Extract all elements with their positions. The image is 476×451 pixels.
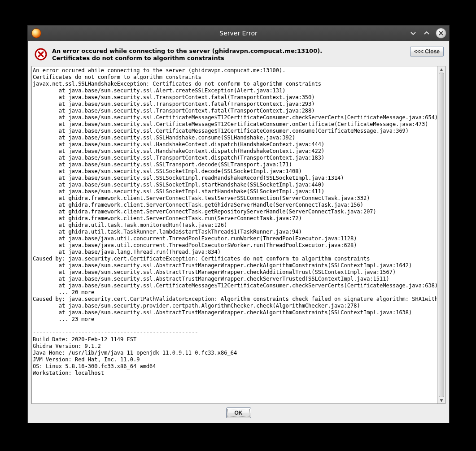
maximize-button[interactable] [422, 29, 431, 38]
error-dialog-window: Server Error An error occured while con [27, 25, 450, 423]
window-title: Server Error [28, 30, 449, 37]
scroll-down-button[interactable]: ▼ [438, 397, 445, 403]
window-close-button[interactable] [436, 28, 446, 39]
error-message-line1: An error occured while connecting to the… [52, 48, 406, 54]
ok-button[interactable]: OK [226, 408, 251, 418]
dialog-content: An error occured while connecting to the… [28, 41, 449, 423]
minimize-button[interactable] [409, 29, 418, 38]
stack-trace-text[interactable]: An error occured while connecting to the… [33, 67, 437, 403]
error-message: An error occured while connecting to the… [52, 47, 406, 61]
header-row: An error occured while connecting to the… [31, 44, 445, 66]
window-controls [409, 26, 446, 41]
scroll-up-button[interactable]: ▲ [438, 66, 445, 73]
scrollbar-thumb[interactable] [439, 73, 444, 397]
button-row: OK [31, 408, 445, 419]
titlebar[interactable]: Server Error [28, 26, 449, 41]
close-details-button[interactable]: <<< Close [410, 47, 444, 56]
error-icon [34, 48, 48, 61]
stack-trace-panel: An error occured while connecting to the… [31, 66, 445, 404]
error-message-line2: Certificates do not conform to algorithm… [52, 55, 406, 61]
vertical-scrollbar[interactable]: ▲ ▼ [437, 66, 445, 403]
app-icon [31, 28, 41, 38]
